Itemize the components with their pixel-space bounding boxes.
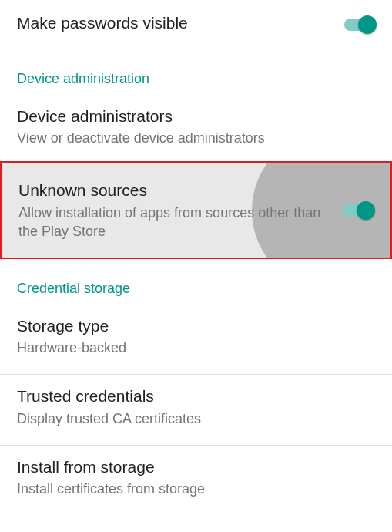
storage-type-row[interactable]: Storage type Hardware-backed [0,305,392,372]
row-subtitle: Hardware-backed [17,338,375,357]
row-title: Storage type [17,315,375,337]
row-title: Install from storage [17,456,375,478]
unknown-sources-row[interactable]: Unknown sources Allow installation of ap… [2,163,390,258]
section-device-administration: Device administration [0,49,392,94]
toggle-thumb [357,201,375,220]
row-subtitle: View or deactivate device administrators [17,129,375,147]
row-subtitle: Display trusted CA certificates [17,409,375,428]
make-passwords-visible-row[interactable]: Make passwords visible [0,0,392,49]
trusted-credentials-row[interactable]: Trusted credentials Display trusted CA c… [0,375,392,442]
row-title: Device administrators [17,106,375,127]
unknown-sources-toggle[interactable] [341,203,374,218]
row-subtitle: Install certificates from storage [17,480,375,498]
row-title: Unknown sources [18,180,321,201]
device-administrators-row[interactable]: Device administrators View or deactivate… [0,95,392,162]
section-credential-storage: Credential storage [0,259,392,304]
toggle-thumb [358,15,377,34]
unknown-sources-highlight: Unknown sources Allow installation of ap… [0,161,392,259]
passwords-toggle[interactable] [343,17,375,32]
row-title: Make passwords visible [17,12,323,34]
row-title: Trusted credentials [17,386,375,407]
row-subtitle: Allow installation of apps from sources … [18,204,321,241]
install-from-storage-row[interactable]: Install from storage Install certificate… [0,446,392,513]
